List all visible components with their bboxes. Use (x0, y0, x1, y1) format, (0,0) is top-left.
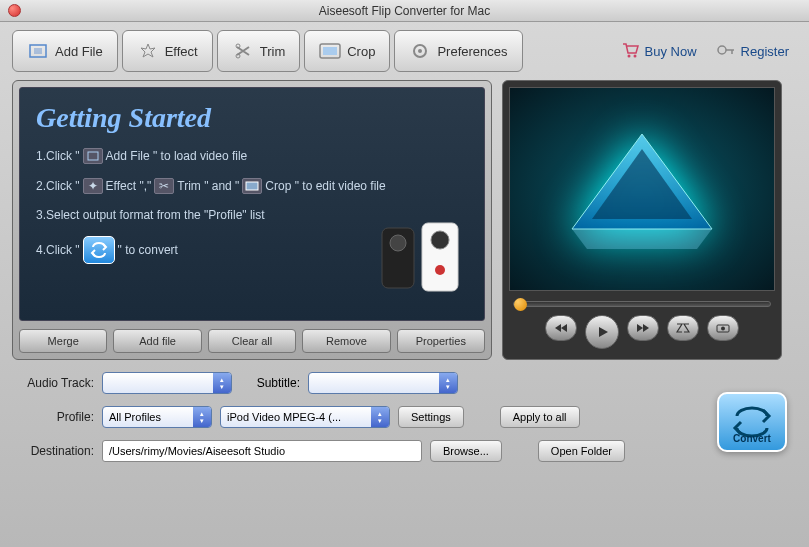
getting-started-panel: Getting Started 1.Click " Add File " to … (12, 80, 492, 360)
svg-rect-12 (246, 182, 258, 190)
media-controls (509, 315, 775, 353)
trim-label: Trim (260, 44, 286, 59)
seek-bar[interactable] (513, 301, 771, 307)
mini-trim-icon: ✂ (154, 178, 174, 194)
svg-rect-11 (88, 152, 98, 160)
audio-track-label: Audio Track: (16, 376, 94, 390)
register-link[interactable]: Register (709, 38, 797, 65)
properties-button[interactable]: Properties (397, 329, 485, 353)
svg-rect-1 (34, 48, 42, 54)
crop-button[interactable]: Crop (304, 30, 390, 72)
gear-icon (409, 40, 431, 62)
subtitle-select[interactable] (308, 372, 458, 394)
svg-point-17 (435, 265, 445, 275)
main-toolbar: Add File Effect Trim Crop Preferences Bu… (0, 22, 809, 80)
titlebar: Aiseesoft Flip Converter for Mac (0, 0, 809, 22)
close-window-button[interactable] (8, 4, 21, 17)
crop-icon (319, 40, 341, 62)
svg-point-8 (627, 54, 630, 57)
effect-icon (137, 40, 159, 62)
profile-category-select[interactable]: All Profiles (102, 406, 212, 428)
play-button[interactable] (585, 315, 619, 349)
cart-icon (621, 42, 639, 61)
getting-started-box: Getting Started 1.Click " Add File " to … (19, 87, 485, 321)
fullscreen-button[interactable] (667, 315, 699, 341)
seek-handle[interactable] (514, 298, 527, 311)
svg-rect-5 (323, 47, 337, 55)
getting-started-title: Getting Started (36, 102, 468, 134)
settings-area: Audio Track: Subtitle: Profile: All Prof… (0, 360, 809, 482)
add-file-button[interactable]: Add File (12, 30, 118, 72)
effect-button[interactable]: Effect (122, 30, 213, 72)
camera-illustration (372, 208, 472, 308)
effect-label: Effect (165, 44, 198, 59)
mini-effect-icon: ✦ (83, 178, 103, 194)
buy-now-label: Buy Now (645, 44, 697, 59)
preferences-label: Preferences (437, 44, 507, 59)
subtitle-label: Subtitle: (240, 376, 300, 390)
prev-button[interactable] (545, 315, 577, 341)
merge-button[interactable]: Merge (19, 329, 107, 353)
svg-point-10 (718, 46, 726, 54)
add-file-icon (27, 40, 49, 62)
open-folder-button[interactable]: Open Folder (538, 440, 625, 462)
svg-point-14 (390, 235, 406, 251)
trim-button[interactable]: Trim (217, 30, 301, 72)
svg-marker-20 (572, 229, 712, 249)
mini-convert-icon (83, 236, 115, 264)
step-2: 2.Click " ✦ Effect "," ✂ Trim " and " Cr… (36, 178, 468, 194)
buy-now-link[interactable]: Buy Now (613, 38, 705, 65)
browse-button[interactable]: Browse... (430, 440, 502, 462)
svg-point-22 (721, 327, 725, 331)
next-button[interactable] (627, 315, 659, 341)
profile-label: Profile: (16, 410, 94, 424)
add-file-panel-button[interactable]: Add file (113, 329, 201, 353)
add-file-label: Add File (55, 44, 103, 59)
remove-button[interactable]: Remove (302, 329, 390, 353)
svg-point-7 (418, 49, 422, 53)
key-icon (717, 42, 735, 61)
destination-label: Destination: (16, 444, 94, 458)
preview-logo (552, 119, 732, 259)
preview-panel (502, 80, 782, 360)
profile-format-select[interactable]: iPod Video MPEG-4 (... (220, 406, 390, 428)
convert-label: Convert (733, 433, 771, 444)
register-label: Register (741, 44, 789, 59)
window-title: Aiseesoft Flip Converter for Mac (319, 4, 490, 18)
mini-crop-icon (242, 178, 262, 194)
preferences-button[interactable]: Preferences (394, 30, 522, 72)
svg-point-9 (633, 54, 636, 57)
clear-all-button[interactable]: Clear all (208, 329, 296, 353)
panel-button-row: Merge Add file Clear all Remove Properti… (19, 329, 485, 353)
snapshot-button[interactable] (707, 315, 739, 341)
video-preview (509, 87, 775, 291)
step-1: 1.Click " Add File " to load video file (36, 148, 468, 164)
destination-input[interactable] (102, 440, 422, 462)
convert-button[interactable]: Convert (717, 392, 787, 452)
trim-icon (232, 40, 254, 62)
settings-button[interactable]: Settings (398, 406, 464, 428)
svg-point-16 (431, 231, 449, 249)
crop-label: Crop (347, 44, 375, 59)
mini-addfile-icon (83, 148, 103, 164)
apply-to-all-button[interactable]: Apply to all (500, 406, 580, 428)
audio-track-select[interactable] (102, 372, 232, 394)
